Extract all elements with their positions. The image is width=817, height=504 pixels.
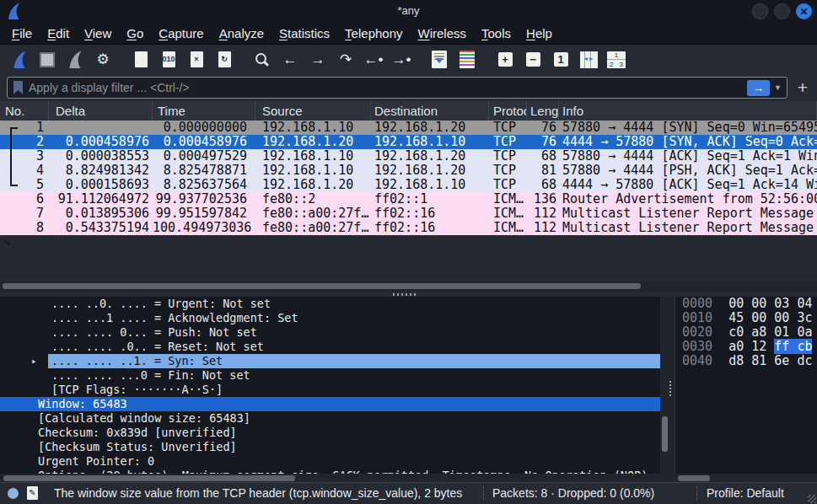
capture-options-icon[interactable]: ⚙ — [92, 49, 114, 71]
detail-line[interactable]: Checksum: 0x839d [unverified] — [0, 426, 660, 440]
go-forward-icon[interactable]: → — [307, 49, 329, 71]
number-columns-icon[interactable] — [605, 49, 627, 71]
detail-line[interactable]: Window: 65483 — [0, 397, 660, 411]
column-header-time[interactable]: Time — [153, 101, 255, 121]
column-header-protocol[interactable]: Protocol — [489, 101, 527, 121]
packet-row[interactable]: 48.8249813428.825478871192.168.1.10192.1… — [0, 164, 817, 178]
status-divider — [483, 486, 484, 500]
menu-help[interactable]: Help — [519, 26, 560, 40]
packet-row[interactable]: 30.0000385530.000497529192.168.1.10192.1… — [0, 149, 817, 164]
hex-row[interactable]: 0020c0 a8 01 0a — [675, 325, 817, 340]
display-filter-input[interactable]: Apply a display filter ... <Ctrl-/> → ▼ — [7, 77, 787, 99]
hex-row[interactable]: 0030a0 12 ff cb — [675, 340, 817, 354]
hex-row[interactable]: 001045 00 00 3c — [675, 311, 817, 325]
cell-source: fe80::a00:27f… — [255, 206, 371, 221]
reload-file-icon[interactable]: ↻ — [213, 49, 235, 71]
column-header-no[interactable]: No. — [0, 101, 49, 121]
hex-row[interactable]: 0040d8 81 6e dc — [675, 354, 817, 368]
menu-statistics[interactable]: Statistics — [271, 26, 337, 40]
detail-line[interactable]: .... .... .0.. = Reset: Not set — [0, 340, 660, 354]
bottom-scrollbars[interactable] — [0, 474, 817, 482]
menubar: FileEditViewGoCaptureAnalyzeStatisticsTe… — [0, 23, 817, 44]
column-header-source[interactable]: Source — [255, 101, 371, 121]
expert-info-icon[interactable] — [8, 488, 19, 499]
zoom-out-icon[interactable]: − — [522, 49, 544, 71]
close-button[interactable]: ✕ — [796, 3, 812, 19]
field-description: The window size value from the TCP heade… — [54, 486, 480, 500]
packet-row[interactable]: 70.01389530699.951597842fe80::a00:27f…ff… — [0, 206, 817, 221]
menu-file[interactable]: File — [12, 26, 40, 40]
column-header-delta[interactable]: Delta — [49, 101, 153, 121]
hex-offset: 0010 — [682, 311, 712, 325]
hex-row[interactable]: 000000 00 03 04 — [675, 297, 817, 311]
hex-hscrollbar-thumb[interactable] — [678, 475, 710, 481]
zoom-in-icon[interactable]: + — [494, 49, 516, 71]
filter-bookmark-icon[interactable] — [13, 81, 23, 94]
start-capture-icon[interactable] — [8, 49, 30, 71]
packet-row[interactable]: 50.0001586938.825637564192.168.1.20192.1… — [0, 178, 817, 192]
cell-destination: 192.168.1.20 — [371, 121, 489, 135]
packet-row[interactable]: 691.11206497299.937702536fe80::2ff02::1I… — [0, 192, 817, 206]
detail-line[interactable]: .... .... ...0 = Fin: Not set — [0, 368, 660, 383]
packet-row[interactable]: 20.0004589760.000458976192.168.1.20192.1… — [0, 135, 817, 149]
find-packet-icon[interactable] — [251, 49, 273, 71]
detail-hex-splitter[interactable] — [660, 297, 675, 478]
packet-list-hscrollbar-thumb[interactable] — [3, 283, 641, 289]
cell-delta: 0.000458976 — [49, 135, 153, 149]
stop-capture-icon[interactable] — [36, 49, 58, 71]
minimize-button[interactable] — [752, 3, 768, 19]
menu-telephony[interactable]: Telephony — [337, 26, 410, 40]
resize-grip-icon[interactable] — [808, 495, 816, 503]
restart-capture-icon[interactable] — [64, 49, 86, 71]
cell-source: fe80::2 — [255, 192, 371, 206]
apply-filter-button[interactable]: → — [747, 80, 770, 96]
status-bar: ✎ The window size value from the TCP hea… — [0, 482, 817, 504]
go-to-packet-icon[interactable]: ↷ — [335, 49, 357, 71]
detail-line[interactable]: .... .... 0... = Push: Not set — [0, 325, 660, 340]
colorize-packets-icon[interactable] — [456, 49, 478, 71]
filter-dropdown-caret-icon[interactable]: ▼ — [774, 83, 782, 92]
menu-view[interactable]: View — [77, 26, 119, 40]
expander-icon[interactable]: ▸ — [31, 354, 37, 368]
menu-tools[interactable]: Tools — [474, 26, 519, 40]
add-filter-button-button[interactable]: + — [795, 77, 810, 99]
menu-go[interactable]: Go — [119, 26, 151, 40]
menu-analyze[interactable]: Analyze — [212, 26, 271, 40]
packet-list-hscrollbar[interactable] — [0, 281, 817, 292]
detail-line[interactable]: ▸.... .... ..1. = Syn: Set — [0, 354, 660, 368]
menu-edit[interactable]: Edit — [40, 26, 77, 40]
menu-capture[interactable]: Capture — [151, 26, 211, 40]
detail-line[interactable]: .... ..0. .... = Urgent: Not set — [0, 297, 660, 311]
profile-label[interactable]: Profile: Default — [707, 486, 784, 500]
cell-info: 57880 → 4444 [PSH, ACK] Seq=1 Ack= — [559, 164, 817, 178]
menu-wireless[interactable]: Wireless — [411, 26, 475, 40]
detail-hscrollbar-thumb[interactable] — [3, 475, 295, 481]
cell-protocol: ICM… — [489, 192, 527, 206]
detail-line[interactable]: [Calculated window size: 65483] — [0, 411, 660, 426]
close-file-icon[interactable]: × — [185, 49, 207, 71]
packet-row[interactable]: 10.000000000192.168.1.10192.168.1.20TCP7… — [0, 121, 817, 135]
open-file-icon[interactable] — [130, 49, 152, 71]
column-header-length[interactable]: Length — [527, 101, 559, 121]
go-back-icon[interactable]: ← — [279, 49, 301, 71]
next-packet-icon[interactable]: →• — [390, 49, 412, 71]
capture-comment-icon[interactable]: ✎ — [27, 486, 38, 500]
cell-length: 68 — [527, 149, 559, 164]
maximize-button[interactable] — [774, 3, 790, 19]
cell-protocol: ICM… — [489, 206, 527, 221]
resize-columns-icon[interactable] — [578, 49, 599, 71]
column-header-info[interactable]: Info — [559, 101, 817, 121]
detail-line[interactable]: [TCP Flags: ·······A··S·] — [0, 383, 660, 397]
cell-source: 192.168.1.20 — [255, 178, 371, 192]
detail-line[interactable]: Urgent Pointer: 0 — [0, 454, 660, 469]
zoom-100-icon[interactable]: 1 — [550, 49, 572, 71]
cell-source: 192.168.1.10 — [255, 121, 371, 135]
column-header-destination[interactable]: Destination — [371, 101, 489, 121]
packet-row[interactable]: 80.543375194100.494973036fe80::a00:27f…f… — [0, 221, 817, 235]
previous-packet-icon[interactable]: ←• — [363, 49, 384, 71]
auto-scroll-icon[interactable] — [428, 49, 450, 71]
detail-line[interactable]: .... ...1 .... = Acknowledgment: Set — [0, 311, 660, 325]
detail-line[interactable]: [Checksum Status: Unverified] — [0, 440, 660, 454]
detail-vscrollbar-thumb[interactable] — [662, 416, 668, 452]
save-file-icon[interactable]: 010 — [158, 49, 180, 71]
